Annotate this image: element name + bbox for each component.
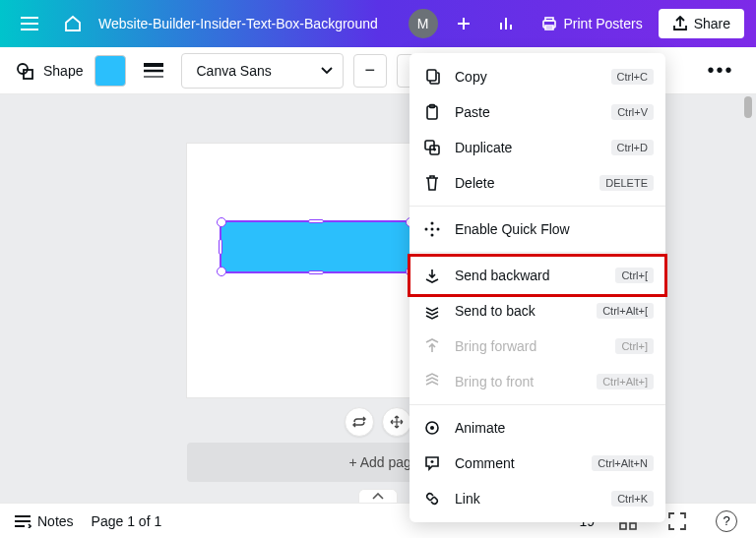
chevron-down-icon xyxy=(321,67,333,75)
ctx-forward: Bring forwardCtrl+] xyxy=(410,329,665,364)
page-indicator[interactable]: Page 1 of 1 xyxy=(92,513,162,529)
ctx-label: Copy xyxy=(455,69,599,85)
help-button[interactable]: ? xyxy=(711,506,742,537)
insights-icon[interactable] xyxy=(489,6,525,41)
shortcut-badge: Ctrl+K xyxy=(611,491,654,507)
vertical-scrollbar[interactable] xyxy=(742,94,754,503)
avatar[interactable]: M xyxy=(409,9,438,38)
ctx-label: Bring forward xyxy=(455,338,603,354)
link-icon xyxy=(421,488,443,509)
ctx-trash[interactable]: DeleteDELETE xyxy=(410,165,665,201)
ctx-duplicate[interactable]: DuplicateCtrl+D xyxy=(410,130,665,165)
print-label: Print Posters xyxy=(564,16,643,31)
resize-handle[interactable] xyxy=(217,217,226,227)
shape-button[interactable]: Shape xyxy=(14,57,85,85)
ctx-copy[interactable]: CopyCtrl+C xyxy=(410,59,665,94)
shortcut-badge: Ctrl+[ xyxy=(615,268,654,283)
resize-handle[interactable] xyxy=(219,239,222,255)
shortcut-badge: Ctrl+Alt+N xyxy=(592,455,654,471)
notes-icon xyxy=(14,514,32,528)
add-member-icon[interactable] xyxy=(446,6,481,41)
printer-icon xyxy=(540,15,558,32)
font-family-select[interactable]: Canva Sans xyxy=(181,53,343,89)
print-button[interactable]: Print Posters xyxy=(533,9,651,38)
notes-label: Notes xyxy=(37,513,74,529)
svg-point-14 xyxy=(431,234,434,237)
svg-point-13 xyxy=(431,222,434,225)
comment-icon xyxy=(421,452,443,474)
ctx-backward[interactable]: Send backwardCtrl+[ xyxy=(410,258,665,293)
ctx-quickflow[interactable]: Enable Quick Flow xyxy=(410,211,665,247)
trash-icon xyxy=(421,172,443,194)
ctx-label: Delete xyxy=(455,175,588,191)
more-options-button[interactable]: ••• xyxy=(703,53,738,89)
ctx-label: Enable Quick Flow xyxy=(455,221,654,237)
svg-point-11 xyxy=(425,228,428,231)
ctx-label: Send to back xyxy=(455,303,585,319)
ctx-paste[interactable]: PasteCtrl+V xyxy=(410,94,665,130)
svg-rect-5 xyxy=(427,70,436,81)
notes-button[interactable]: Notes xyxy=(14,513,74,529)
shortcut-badge: DELETE xyxy=(599,175,654,191)
document-title[interactable]: Website-Builder-Insider-Text-Box-Backgro… xyxy=(98,16,378,31)
shortcut-badge: Ctrl+V xyxy=(611,104,654,120)
svg-rect-1 xyxy=(545,18,553,21)
share-label: Share xyxy=(694,16,730,31)
fullscreen-icon[interactable] xyxy=(662,506,693,537)
expand-pages-button[interactable] xyxy=(358,489,398,503)
ctx-label: Paste xyxy=(455,104,599,120)
svg-point-16 xyxy=(430,426,434,430)
resize-handle[interactable] xyxy=(308,219,324,223)
share-icon xyxy=(672,16,688,31)
font-size-decrease[interactable]: − xyxy=(353,54,387,88)
border-style-button[interactable] xyxy=(136,53,171,89)
svg-rect-19 xyxy=(620,523,626,529)
ctx-label: Animate xyxy=(455,420,654,436)
ctx-animate[interactable]: Animate xyxy=(410,410,665,446)
animate-icon xyxy=(421,417,443,439)
forward-icon xyxy=(421,335,443,357)
svg-rect-20 xyxy=(630,523,636,529)
paste-icon xyxy=(421,101,443,123)
ctx-label: Bring to front xyxy=(455,374,585,389)
ctx-label: Link xyxy=(455,491,599,507)
resize-handle[interactable] xyxy=(308,270,324,274)
app-header: Website-Builder-Insider-Text-Box-Backgro… xyxy=(0,0,756,47)
shape-label: Shape xyxy=(43,63,83,79)
selected-shape[interactable] xyxy=(221,222,410,271)
ctx-link[interactable]: LinkCtrl+K xyxy=(410,481,665,516)
ctx-label: Duplicate xyxy=(455,140,599,155)
ctx-label: Send backward xyxy=(455,268,603,283)
shortcut-badge: Ctrl+] xyxy=(615,338,654,354)
shortcut-badge: Ctrl+Alt+] xyxy=(597,374,654,389)
ctx-toback[interactable]: Send to backCtrl+Alt+[ xyxy=(410,293,665,329)
sync-button[interactable] xyxy=(345,407,374,437)
menu-icon[interactable] xyxy=(12,6,47,41)
svg-rect-4 xyxy=(24,70,32,79)
shortcut-badge: Ctrl+Alt+[ xyxy=(597,303,654,319)
tofront-icon xyxy=(421,371,443,392)
toback-icon xyxy=(421,300,443,322)
share-button[interactable]: Share xyxy=(659,9,744,38)
duplicate-icon xyxy=(421,137,443,158)
backward-icon xyxy=(421,265,443,286)
svg-point-10 xyxy=(431,228,434,231)
copy-icon xyxy=(421,66,443,88)
context-menu: CopyCtrl+CPasteCtrl+VDuplicateCtrl+DDele… xyxy=(410,53,665,522)
ctx-comment[interactable]: CommentCtrl+Alt+N xyxy=(410,446,665,481)
ctx-tofront: Bring to frontCtrl+Alt+] xyxy=(410,364,665,399)
resize-handle[interactable] xyxy=(217,267,226,276)
shortcut-badge: Ctrl+D xyxy=(611,140,654,155)
svg-point-12 xyxy=(437,228,440,231)
fill-color-swatch[interactable] xyxy=(94,55,126,87)
home-icon[interactable] xyxy=(55,6,91,41)
move-button[interactable] xyxy=(382,407,411,437)
svg-point-3 xyxy=(18,64,28,74)
shortcut-badge: Ctrl+C xyxy=(611,69,654,85)
shape-icon xyxy=(16,61,35,81)
ctx-label: Comment xyxy=(455,455,580,471)
quickflow-icon xyxy=(421,218,443,240)
font-name: Canva Sans xyxy=(196,63,271,79)
